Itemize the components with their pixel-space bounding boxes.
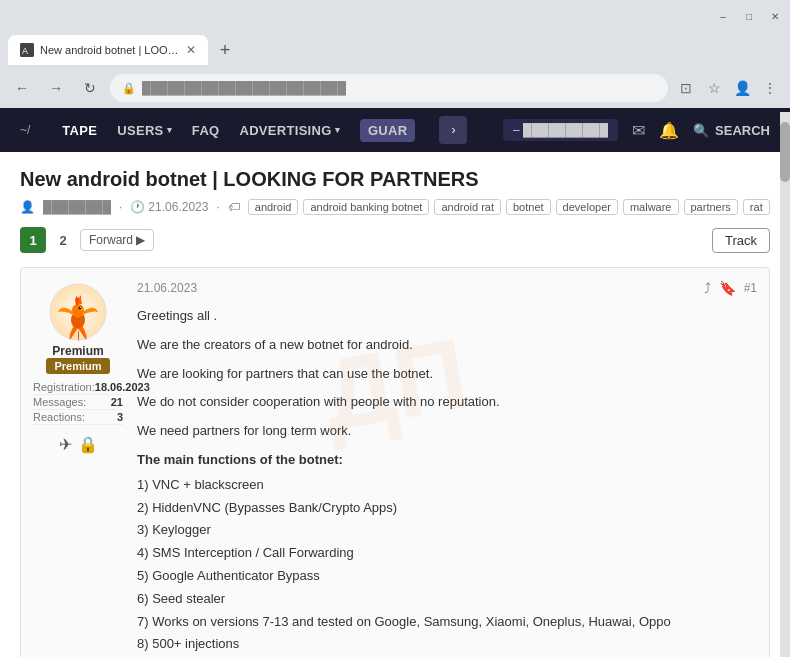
track-button[interactable]: Track: [712, 228, 770, 253]
tag-partners[interactable]: partners: [684, 199, 738, 215]
search-icon: 🔍: [693, 123, 709, 138]
nav-tape[interactable]: TAPE: [62, 123, 97, 138]
meta-date: 🕐 21.06.2023: [130, 200, 208, 214]
post-header: 21.06.2023 ⤴ 🔖 #1: [137, 280, 757, 296]
post-username: Premium: [52, 344, 103, 358]
nav-faq[interactable]: FAQ: [192, 123, 220, 138]
nav-faq-label: FAQ: [192, 123, 220, 138]
registration-label: Registration:: [33, 381, 95, 393]
meta-separator: ·: [119, 200, 122, 214]
more-nav-button[interactable]: ›: [439, 116, 467, 144]
tag-android[interactable]: android: [248, 199, 299, 215]
user-stats: Registration: 18.06.2023 Messages: 21 Re…: [33, 380, 123, 425]
search-label: SEARCH: [715, 123, 770, 138]
post-number: #1: [744, 281, 757, 295]
reactions-val: 3: [117, 411, 123, 423]
tag-rat[interactable]: android rat: [434, 199, 501, 215]
close-button[interactable]: ✕: [768, 9, 782, 23]
messages-icon[interactable]: ✉: [632, 121, 645, 140]
clock-icon: 🕐: [130, 200, 145, 214]
nav-tape-label: TAPE: [62, 123, 97, 138]
header-right: – ██████████ ✉ 🔔 🔍 SEARCH: [503, 119, 770, 141]
function-4: 4) SMS Interception / Call Forwarding: [137, 543, 757, 564]
tag-developer[interactable]: developer: [556, 199, 618, 215]
tag-icon: 🏷: [228, 200, 240, 214]
tab-close-button[interactable]: ✕: [186, 43, 196, 57]
page-1-button[interactable]: 1: [20, 227, 46, 253]
function-5: 5) Google Authenticator Bypass: [137, 566, 757, 587]
pagination: 1 2 Forward ▶: [20, 227, 154, 253]
pagination-row: 1 2 Forward ▶ Track: [20, 227, 770, 253]
nav-advertising-label: ADVERTISING: [239, 123, 331, 138]
post-date-meta: 21.06.2023: [148, 200, 208, 214]
function-2: 2) HiddenVNC (Bypasses Bank/Crypto Apps): [137, 498, 757, 519]
svg-text:A: A: [22, 46, 28, 56]
meta-separator2: ·: [216, 200, 219, 214]
greeting: Greetings all .: [137, 306, 757, 327]
post-meta: 👤 ████████ · 🕐 21.06.2023 · 🏷 android an…: [20, 199, 770, 215]
post-action-buttons: ⤴ 🔖 #1: [704, 280, 757, 296]
registration-stat: Registration: 18.06.2023: [33, 380, 123, 395]
new-tab-button[interactable]: +: [212, 37, 238, 63]
user-badge: Premium: [46, 358, 109, 374]
telegram-icon[interactable]: ✈: [59, 435, 72, 454]
nav-guar[interactable]: GUAR: [360, 119, 415, 142]
tag-rat2[interactable]: rat: [743, 199, 770, 215]
url-bar[interactable]: 🔒 ████████████████████████: [110, 74, 668, 102]
search-button[interactable]: 🔍 SEARCH: [693, 123, 770, 138]
nav-guar-label: GUAR: [368, 123, 407, 138]
post-body-text: Greetings all . We are the creators of a…: [137, 306, 757, 657]
svg-point-6: [80, 307, 81, 308]
title-bar: – □ ✕: [0, 0, 790, 32]
notifications-icon[interactable]: 🔔: [659, 121, 679, 140]
para3: We do not consider cooperation with peop…: [137, 392, 757, 413]
messages-label: Messages:: [33, 396, 86, 408]
back-button[interactable]: ←: [8, 74, 36, 102]
functions-title: The main functions of the botnet:: [137, 450, 757, 471]
para1: We are the creators of a new botnet for …: [137, 335, 757, 356]
cast-icon[interactable]: ⊡: [674, 76, 698, 100]
tags-list: android android banking botnet android r…: [248, 199, 770, 215]
url-text: ████████████████████████: [142, 81, 346, 95]
messages-val: 21: [111, 396, 123, 408]
forward-button[interactable]: →: [42, 74, 70, 102]
share-icon[interactable]: ⤴: [704, 280, 711, 296]
lock-action-icon[interactable]: 🔒: [78, 435, 98, 454]
address-actions: ⊡ ☆ 👤 ⋮: [674, 76, 782, 100]
lock-icon: 🔒: [122, 82, 136, 95]
function-3: 3) Keylogger: [137, 520, 757, 541]
minimize-button[interactable]: –: [716, 9, 730, 23]
maximize-button[interactable]: □: [742, 9, 756, 23]
post-user-panel: Premium Premium Registration: 18.06.2023…: [33, 280, 123, 657]
para2: We are looking for partners that can use…: [137, 364, 757, 385]
function-8: 8) 500+ injections: [137, 634, 757, 655]
refresh-button[interactable]: ↻: [76, 74, 104, 102]
scrollbar-thumb[interactable]: [780, 122, 790, 182]
tag-malware[interactable]: malware: [623, 199, 679, 215]
messages-stat: Messages: 21: [33, 395, 123, 410]
menu-icon[interactable]: ⋮: [758, 76, 782, 100]
scrollbar[interactable]: [780, 112, 790, 657]
reactions-label: Reactions:: [33, 411, 85, 423]
forward-button-pagination[interactable]: Forward ▶: [80, 229, 154, 251]
profile-icon[interactable]: 👤: [730, 76, 754, 100]
tab-title: New android botnet | LOOKING ...: [40, 44, 180, 56]
nav-users[interactable]: USERS ▾: [117, 123, 172, 138]
author-username: ████████: [43, 200, 111, 214]
site-nav: TAPE USERS ▾ FAQ ADVERTISING ▾ GUAR: [62, 119, 415, 142]
functions-list: 1) VNC + blackscreen 2) HiddenVNC (Bypas…: [137, 475, 757, 655]
post-container: Premium Premium Registration: 18.06.2023…: [20, 267, 770, 657]
bookmark-post-icon[interactable]: 🔖: [719, 280, 736, 296]
page-2-button[interactable]: 2: [50, 227, 76, 253]
tag-botnet[interactable]: botnet: [506, 199, 551, 215]
page-title: New android botnet | LOOKING FOR PARTNER…: [20, 168, 770, 191]
post-body-area: 21.06.2023 ⤴ 🔖 #1 Greetings all . We are…: [137, 280, 757, 657]
advertising-arrow-icon: ▾: [335, 125, 340, 135]
para4: We need partners for long term work.: [137, 421, 757, 442]
nav-advertising[interactable]: ADVERTISING ▾: [239, 123, 339, 138]
tag-banking-botnet[interactable]: android banking botnet: [303, 199, 429, 215]
active-tab[interactable]: A New android botnet | LOOKING ... ✕: [8, 35, 208, 65]
address-bar: ← → ↻ 🔒 ████████████████████████ ⊡ ☆ 👤 ⋮: [0, 68, 790, 108]
nav-users-label: USERS: [117, 123, 163, 138]
bookmark-icon[interactable]: ☆: [702, 76, 726, 100]
